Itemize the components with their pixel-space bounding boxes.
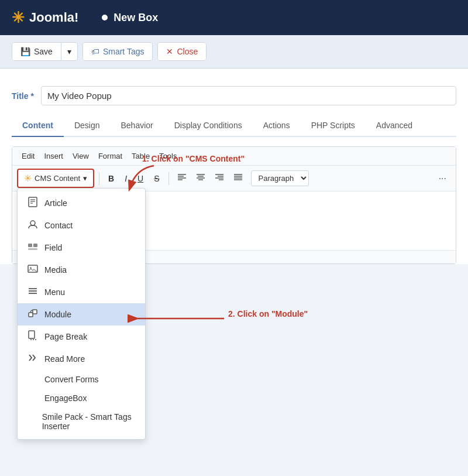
tab-advanced[interactable]: Advanced xyxy=(366,115,423,137)
title-label: Title * xyxy=(12,91,34,101)
close-icon: ✕ xyxy=(166,47,173,56)
strikethrough-button[interactable]: S xyxy=(150,172,163,186)
menu-insert[interactable]: Insert xyxy=(40,150,67,162)
menu-icon xyxy=(27,286,39,299)
title-input[interactable] xyxy=(41,86,456,105)
tab-bar: Content Design Behavior Display Conditio… xyxy=(12,115,456,137)
chevron-down-icon: ▾ xyxy=(67,47,71,56)
menu-format[interactable]: Format xyxy=(95,150,126,162)
dropdown-item-media-label: Media xyxy=(44,265,67,275)
dropdown-item-page-break[interactable]: Page Break xyxy=(18,326,145,348)
page-break-icon xyxy=(27,330,39,343)
save-label: Save xyxy=(34,47,53,56)
tab-php-scripts[interactable]: PHP Scripts xyxy=(301,115,366,137)
smart-tags-label: Smart Tags xyxy=(103,47,144,56)
cms-dropdown-menu: Article Contact xyxy=(17,188,146,440)
editor-menubar: Edit Insert View Format Table Tools xyxy=(12,147,456,166)
dropdown-item-article[interactable]: Article xyxy=(18,192,145,214)
menu-tools[interactable]: Tools xyxy=(156,150,180,162)
toolbar-divider-2 xyxy=(168,172,169,185)
app-header: ✳ Joomla! New Box xyxy=(0,0,468,35)
main-toolbar: 💾 Save ▾ 🏷 Smart Tags ✕ Close xyxy=(0,35,468,69)
tab-content[interactable]: Content xyxy=(12,115,64,137)
svg-point-9 xyxy=(30,267,32,269)
read-more-icon xyxy=(27,352,39,365)
smart-tags-button-group: 🏷 Smart Tags xyxy=(82,42,153,61)
title-dot-icon xyxy=(102,15,108,20)
align-left-button[interactable] xyxy=(174,170,190,187)
align-justify-button[interactable] xyxy=(230,170,246,187)
tab-design[interactable]: Design xyxy=(64,115,111,137)
dropdown-item-smile-pack[interactable]: Smile Pack - Smart Tags Inserter xyxy=(18,407,145,436)
cms-content-button[interactable]: ✳ CMS Content ▾ xyxy=(17,169,94,188)
cms-content-label: CMS Content xyxy=(35,174,80,183)
dropdown-item-convert-forms-label: Convert Forms xyxy=(44,375,99,384)
save-button-group: 💾 Save ▾ xyxy=(12,42,78,61)
tab-actions[interactable]: Actions xyxy=(253,115,301,137)
menu-table[interactable]: Table xyxy=(128,150,153,162)
close-button[interactable]: ✕ Close xyxy=(158,43,206,60)
cms-content-dropdown-container: ✳ CMS Content ▾ xyxy=(17,169,94,188)
dropdown-item-field-label: Field xyxy=(44,243,62,252)
svg-rect-5 xyxy=(28,244,32,247)
svg-rect-13 xyxy=(29,313,33,317)
svg-rect-6 xyxy=(33,244,37,247)
paragraph-style-select[interactable]: Paragraph xyxy=(251,170,309,186)
field-icon xyxy=(27,241,39,254)
dropdown-item-menu-label: Menu xyxy=(44,287,65,297)
align-center-button[interactable] xyxy=(192,170,209,187)
toolbar-divider-1 xyxy=(99,172,99,185)
contact-icon xyxy=(27,219,39,232)
dropdown-item-engagebox-label: EngageBox xyxy=(44,393,87,403)
menu-view[interactable]: View xyxy=(69,150,92,162)
close-label: Close xyxy=(177,47,198,56)
dropdown-item-article-label: Article xyxy=(44,198,67,208)
joomla-logo-icon: ✳ xyxy=(12,9,25,27)
article-icon xyxy=(27,197,39,210)
dropdown-item-media[interactable]: Media xyxy=(18,259,145,281)
dropdown-item-module-label: Module xyxy=(44,310,71,319)
svg-rect-14 xyxy=(33,310,37,314)
page-title: New Box xyxy=(113,12,158,24)
editor-container: Edit Insert View Format Table Tools ✳ CM… xyxy=(12,146,456,264)
svg-rect-7 xyxy=(28,248,37,250)
dropdown-item-field[interactable]: Field xyxy=(18,237,145,259)
dropdown-item-smile-pack-label: Smile Pack - Smart Tags Inserter xyxy=(42,412,136,431)
logo-text: Joomla! xyxy=(29,10,78,25)
dropdown-item-engagebox[interactable]: EngageBox xyxy=(18,389,145,407)
page-title-area: New Box xyxy=(102,12,158,24)
save-dropdown-button[interactable]: ▾ xyxy=(61,43,77,60)
save-button[interactable]: 💾 Save xyxy=(12,43,61,60)
module-icon xyxy=(27,308,39,321)
smart-tags-icon: 🏷 xyxy=(91,47,99,56)
joomla-cms-icon: ✳ xyxy=(24,173,32,184)
smart-tags-button[interactable]: 🏷 Smart Tags xyxy=(83,43,153,60)
save-icon: 💾 xyxy=(20,47,30,56)
editor-toolbar: ✳ CMS Content ▾ xyxy=(12,166,456,191)
tab-behavior[interactable]: Behavior xyxy=(110,115,163,137)
close-button-group: ✕ Close xyxy=(157,42,207,61)
dropdown-item-menu[interactable]: Menu xyxy=(18,281,145,303)
title-row: Title * xyxy=(12,80,456,115)
svg-rect-15 xyxy=(29,331,35,338)
more-options-button[interactable]: ··· xyxy=(434,171,451,186)
bold-button[interactable]: B xyxy=(104,172,118,186)
align-right-button[interactable] xyxy=(211,170,228,187)
annotation-step-2: 2. Click on "Module" xyxy=(228,309,308,319)
dropdown-item-page-break-label: Page Break xyxy=(44,332,87,341)
media-icon xyxy=(27,263,39,276)
tab-display-conditions[interactable]: Display Conditions xyxy=(164,115,253,137)
dropdown-item-module[interactable]: Module xyxy=(18,303,145,326)
dropdown-item-read-more[interactable]: Read More xyxy=(18,348,145,370)
svg-rect-0 xyxy=(29,197,37,207)
italic-button[interactable]: I xyxy=(121,172,131,186)
editor-wrapper: Edit Insert View Format Table Tools ✳ CM… xyxy=(12,146,456,264)
svg-point-4 xyxy=(30,221,35,225)
dropdown-item-convert-forms[interactable]: Convert Forms xyxy=(18,370,145,389)
logo: ✳ Joomla! xyxy=(12,9,78,27)
content-area: Title * Content Design Behavior Display … xyxy=(0,69,468,264)
underline-button[interactable]: U xyxy=(133,172,147,186)
dropdown-item-read-more-label: Read More xyxy=(44,354,85,364)
dropdown-item-contact[interactable]: Contact xyxy=(18,214,145,237)
menu-edit[interactable]: Edit xyxy=(18,150,38,162)
